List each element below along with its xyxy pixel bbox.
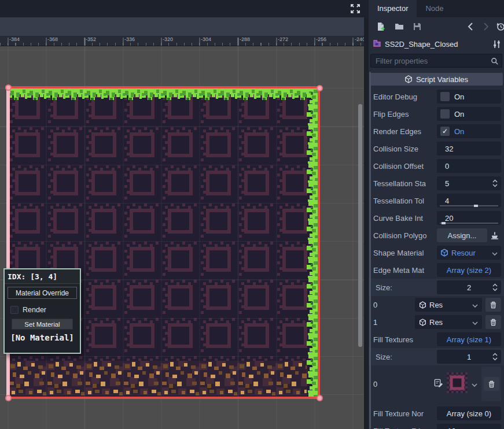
prop-label: Collision Size [373, 145, 437, 153]
object-history-icon[interactable] [496, 22, 504, 31]
array-edit-button[interactable]: Array (size 1) [437, 332, 501, 346]
edited-resource-row[interactable]: SS2D_Shape_Closed [369, 36, 504, 52]
item-index: 0 [373, 301, 411, 309]
item-index: 0 [373, 380, 411, 389]
ruler-label: -240 [355, 36, 364, 42]
slider-grabber[interactable] [474, 205, 478, 207]
prop-slider-field[interactable]: 4 [437, 194, 501, 208]
prop-flip-edges: Flip Edges On [369, 105, 504, 123]
filter-properties-input[interactable] [370, 54, 502, 68]
inspector-toolbar [369, 17, 504, 36]
prop-tessellation-stages: Tessellation Sta 5 [369, 175, 504, 192]
prop-render-edges: Render Edges ✓ On [369, 123, 504, 140]
prop-checkbox-field[interactable]: On [437, 107, 501, 121]
texture-trash-column [481, 367, 501, 401]
assign-picker-brush-icon[interactable] [487, 228, 501, 242]
prop-value: 4 [445, 197, 449, 205]
load-resource-folder-icon[interactable] [395, 22, 404, 31]
resource-cube-icon [419, 301, 426, 309]
render-checkbox[interactable] [10, 306, 19, 314]
inspector-tab-bar: Inspector Node [369, 0, 504, 17]
resource-dropdown[interactable]: Res [415, 315, 482, 329]
spinner-updown-icon[interactable] [492, 179, 498, 187]
prop-label: Fill Textures [373, 335, 437, 344]
prop-label: Collision Polygo [373, 231, 437, 240]
array-size-spin-field[interactable]: 2 [437, 280, 501, 294]
prop-value: 0 [445, 162, 449, 171]
array-item-row-1: 1 Res [369, 313, 504, 331]
ruler-label: -272 [278, 36, 288, 42]
shape-edge-right[interactable] [318, 87, 320, 398]
pane-divider[interactable] [364, 17, 369, 429]
prop-number-field[interactable]: 0 [437, 159, 501, 173]
prop-spin-field[interactable]: -10 [437, 424, 501, 429]
prop-slider-field[interactable]: 20 [437, 211, 501, 225]
history-back-icon[interactable] [466, 22, 476, 31]
resource-dropdown[interactable]: Resour [437, 246, 501, 260]
chevron-down-icon[interactable] [492, 249, 498, 257]
checkbox-checked[interactable]: ✓ [440, 127, 450, 136]
viewport-vertical-scrollbar[interactable] [358, 104, 362, 347]
array-item-row-0: 0 Res [369, 296, 504, 313]
prop-fill-texture-normals: Fill Texture Nor Array (size 0) [369, 405, 504, 422]
resource-value: Res [429, 318, 443, 327]
prop-value: 20 [445, 214, 453, 223]
trash-icon[interactable] [485, 298, 501, 312]
tab-node[interactable]: Node [417, 0, 452, 17]
prop-fill-textures: Fill Textures Array (size 1) [369, 331, 504, 348]
checkbox-unchecked[interactable] [440, 109, 450, 119]
resource-cube-icon [440, 249, 448, 257]
material-override-button[interactable]: Material Override [8, 287, 77, 299]
save-resource-icon[interactable] [413, 22, 422, 31]
prop-checkbox-field[interactable]: ✓ On [437, 124, 501, 138]
spinner-updown-icon[interactable] [492, 353, 498, 361]
spinner-updown-icon[interactable] [492, 283, 498, 291]
texture-preview[interactable] [447, 372, 468, 395]
checkbox-unchecked[interactable] [440, 92, 450, 101]
prop-label: Tessellation Sta [373, 179, 437, 188]
array-edit-button[interactable]: Array (size 0) [437, 406, 501, 420]
prop-number-field[interactable]: 32 [437, 142, 501, 156]
trash-icon[interactable] [485, 315, 501, 329]
texture-value-group [415, 367, 501, 401]
shape-handle-bottom-right[interactable] [317, 395, 323, 401]
tab-inspector[interactable]: Inspector [369, 0, 417, 17]
ruler-label: -368 [47, 36, 58, 42]
checkbox-text: On [454, 127, 464, 136]
inspector-panel: Inspector Node [369, 0, 504, 429]
chevron-down-icon[interactable] [472, 301, 478, 309]
slider-grabber[interactable] [442, 222, 446, 224]
new-resource-icon[interactable] [376, 22, 385, 31]
shape-handle-bottom-left[interactable] [5, 395, 12, 401]
resource-value: Resour [451, 249, 476, 257]
prop-label: Render Edges [373, 127, 437, 136]
array-size-spin-field[interactable]: 1 [437, 350, 501, 364]
resource-dropdown[interactable]: Res [415, 298, 482, 312]
edit-texture-icon[interactable] [434, 379, 443, 390]
array-edit-button[interactable]: Array (size 2) [437, 263, 501, 277]
filter-row [369, 52, 504, 71]
shape-edge-bottom[interactable] [7, 397, 321, 399]
expand-fullscreen-icon[interactable] [350, 3, 361, 14]
inspector-scrollbar[interactable] [369, 72, 371, 429]
prop-fill-texture-z-index: Fill Texture Z I -10 [369, 422, 504, 429]
section-script-variables[interactable]: Script Variables [370, 73, 503, 86]
checkbox-text: On [454, 93, 464, 101]
shape-edge-top[interactable] [7, 86, 321, 88]
shape-handle-top-left[interactable] [5, 84, 12, 91]
2d-viewport[interactable]: IDX: [3, 4] Material Override Render Set… [0, 46, 364, 429]
shape-handle-top-right[interactable] [317, 85, 323, 91]
assign-button[interactable]: Assign... [437, 228, 487, 242]
trash-icon[interactable] [484, 377, 499, 391]
godot-editor-window: -384 -368 -352 -336 -320 -304 -288 -272 … [0, 0, 504, 429]
extra-tools-icon[interactable] [492, 40, 501, 51]
history-forward-icon[interactable] [481, 22, 490, 31]
chevron-down-icon[interactable] [472, 379, 477, 389]
prop-checkbox-field[interactable]: On [437, 90, 501, 103]
set-material-button[interactable]: Set Material [12, 319, 73, 330]
array-size-row: Size: 1 [369, 348, 504, 365]
prop-spin-field[interactable]: 5 [437, 176, 501, 190]
ruler-label: -384 [9, 36, 20, 42]
chevron-down-icon[interactable] [472, 318, 478, 327]
canvas-toolbar-band [0, 17, 364, 36]
